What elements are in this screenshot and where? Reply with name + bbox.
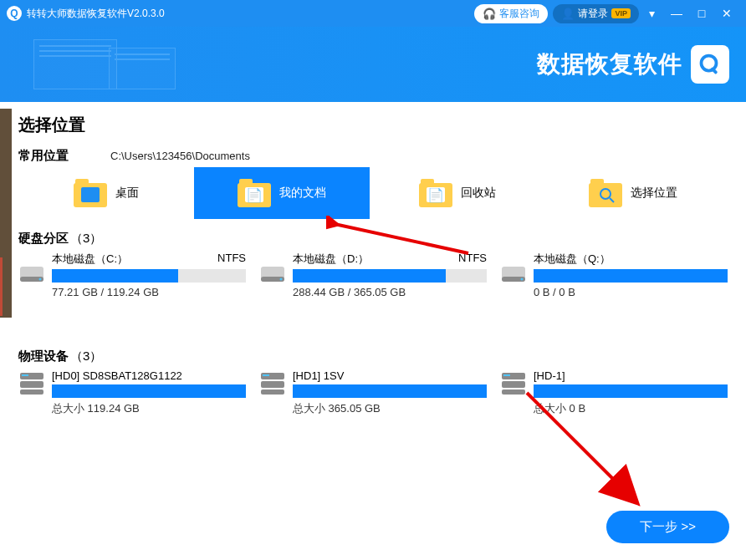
main-content: 选择位置 常用位置 C:\Users\123456\Documents 桌面 📄… xyxy=(0,102,746,560)
partition-title: 本地磁盘（Q:） xyxy=(534,252,611,267)
svg-rect-15 xyxy=(20,389,43,395)
usage-bar xyxy=(52,269,246,283)
device-capacity: 总大小 119.24 GB xyxy=(52,401,246,416)
device-bar xyxy=(534,384,728,398)
common-locations-header: 常用位置 C:\Users\123456\Documents xyxy=(18,148,728,164)
location-label: 选择位置 xyxy=(631,186,677,201)
device-bar xyxy=(52,384,246,398)
partition-fs: NTFS xyxy=(217,252,246,267)
device-capacity: 总大小 365.05 GB xyxy=(293,401,487,416)
partitions-header: 硬盘分区 （3） xyxy=(18,231,728,247)
location-label: 我的文档 xyxy=(279,186,326,201)
login-label: 请登录 xyxy=(578,7,608,21)
partitions-row: 本地磁盘（C:）NTFS 77.21 GB / 119.24 GB 本地磁盘（D… xyxy=(18,252,728,298)
svg-rect-23 xyxy=(502,389,525,395)
partition-q[interactable]: 本地磁盘（Q:） 0 B / 0 B xyxy=(500,252,728,298)
svg-rect-14 xyxy=(20,381,43,388)
app-title: 转转大师数据恢复软件V2.0.3.0 xyxy=(27,7,165,21)
user-icon: 👤 xyxy=(561,8,575,20)
partition-fs: NTFS xyxy=(458,252,487,267)
banner-title: 数据恢复软件 xyxy=(537,48,682,80)
folder-icon: 📄 xyxy=(419,179,452,207)
partition-capacity: 288.44 GB / 365.05 GB xyxy=(293,286,487,298)
device-name: [HD-1] xyxy=(534,369,728,382)
svg-point-9 xyxy=(280,278,283,281)
common-locations-label: 常用位置 xyxy=(18,148,110,164)
devices-label: 物理设备 xyxy=(18,349,69,364)
folder-icon: 📄 xyxy=(238,179,271,207)
partition-title: 本地磁盘（D:） xyxy=(293,252,369,267)
folder-search-icon xyxy=(589,179,622,207)
banner: 数据恢复软件 xyxy=(0,27,746,102)
partition-d[interactable]: 本地磁盘（D:）NTFS 288.44 GB / 365.05 GB xyxy=(259,252,487,298)
close-button[interactable]: ✕ xyxy=(714,7,739,20)
svg-line-3 xyxy=(610,198,614,202)
locations-row: 桌面 📄 我的文档 📄 回收站 选择位置 xyxy=(18,167,728,219)
location-my-documents[interactable]: 📄 我的文档 xyxy=(194,167,370,219)
svg-rect-24 xyxy=(503,374,510,376)
selected-path: C:\Users\123456\Documents xyxy=(110,150,250,162)
device-hd-1[interactable]: [HD-1] 总大小 0 B xyxy=(500,369,728,416)
svg-point-2 xyxy=(600,189,611,199)
customer-service-button[interactable]: 🎧 客服咨询 xyxy=(474,4,548,23)
maximize-button[interactable]: □ xyxy=(689,7,714,20)
device-hd1[interactable]: [HD1] 1SV 总大小 365.05 GB xyxy=(259,369,487,416)
device-bar xyxy=(293,384,487,398)
next-button[interactable]: 下一步 >> xyxy=(606,511,729,543)
location-recycle-bin[interactable]: 📄 回收站 xyxy=(370,167,545,219)
hdd-icon xyxy=(500,371,527,396)
location-choose[interactable]: 选择位置 xyxy=(545,167,721,219)
folder-icon xyxy=(74,179,107,207)
devices-count: （3） xyxy=(70,349,102,364)
partition-capacity: 77.21 GB / 119.24 GB xyxy=(52,286,246,298)
hdd-icon xyxy=(18,371,45,396)
banner-app-icon xyxy=(691,45,729,84)
partition-c[interactable]: 本地磁盘（C:）NTFS 77.21 GB / 119.24 GB xyxy=(18,252,246,298)
svg-point-12 xyxy=(521,278,524,281)
svg-rect-18 xyxy=(261,381,284,388)
device-hd0[interactable]: [HD0] SD8SBAT128G1122 总大小 119.24 GB xyxy=(18,369,246,416)
location-desktop[interactable]: 桌面 xyxy=(18,167,194,219)
devices-row: [HD0] SD8SBAT128G1122 总大小 119.24 GB [HD1… xyxy=(18,369,728,416)
device-capacity: 总大小 0 B xyxy=(534,401,728,416)
usage-bar xyxy=(534,269,728,283)
svg-rect-19 xyxy=(261,389,284,395)
minimize-button[interactable]: — xyxy=(664,7,689,20)
svg-rect-22 xyxy=(502,381,525,388)
partition-capacity: 0 B / 0 B xyxy=(534,286,728,298)
disk-icon xyxy=(18,262,45,287)
svg-rect-20 xyxy=(263,374,269,376)
partitions-count: （3） xyxy=(70,231,102,247)
partitions-label: 硬盘分区 xyxy=(18,231,69,247)
disk-icon xyxy=(259,262,286,287)
svg-rect-16 xyxy=(22,374,28,376)
device-name: [HD0] SD8SBAT128G1122 xyxy=(52,369,246,382)
partition-title: 本地磁盘（C:） xyxy=(52,252,128,267)
disk-icon xyxy=(500,262,527,287)
location-label: 回收站 xyxy=(461,186,496,201)
dropdown-button[interactable]: ▾ xyxy=(639,7,664,20)
svg-point-6 xyxy=(39,278,42,281)
app-logo-icon: Q xyxy=(7,6,22,21)
banner-decoration xyxy=(33,35,184,94)
headset-icon: 🎧 xyxy=(483,8,496,20)
login-button[interactable]: 👤 请登录 VIP xyxy=(553,4,639,23)
customer-service-label: 客服咨询 xyxy=(499,7,539,21)
location-label: 桌面 xyxy=(115,186,139,201)
vip-badge: VIP xyxy=(611,8,631,18)
usage-bar xyxy=(293,269,487,283)
titlebar: Q 转转大师数据恢复软件V2.0.3.0 🎧 客服咨询 👤 请登录 VIP ▾ … xyxy=(0,0,746,27)
hdd-icon xyxy=(259,371,286,396)
devices-header: 物理设备 （3） xyxy=(18,349,728,364)
device-name: [HD1] 1SV xyxy=(293,369,487,382)
page-title: 选择位置 xyxy=(18,114,728,136)
